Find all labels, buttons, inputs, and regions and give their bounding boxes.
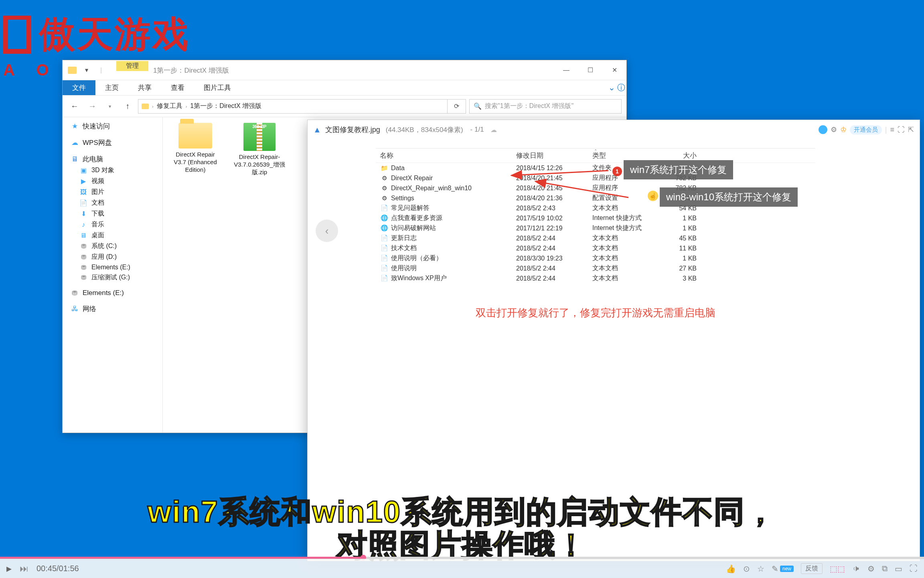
star-icon: ★	[71, 123, 79, 130]
col-type: 类型	[592, 151, 661, 160]
pin-icon[interactable]: ⇱	[908, 125, 914, 134]
menu-icon[interactable]: ≡	[890, 126, 894, 134]
breadcrumb-seg-2[interactable]: 1第一步：DirectX 增强版	[190, 102, 261, 110]
nav-up-button[interactable]: ↑	[120, 99, 135, 114]
list-row: 📄更新日志2018/5/2 2:44文本文档45 KB	[376, 233, 815, 243]
maximize-button[interactable]: ☐	[578, 60, 602, 80]
vip-avatar-icon[interactable]	[819, 125, 827, 134]
annotation-number-1: 1	[612, 167, 622, 176]
sidebar-pictures[interactable]: 🖼图片	[63, 187, 162, 197]
window-title: 1第一步：DirectX 增强版	[148, 60, 554, 80]
sidebar-3d[interactable]: ▣3D 对象	[63, 165, 162, 176]
volume-icon[interactable]: 🕩	[852, 564, 860, 573]
tutorial-image-content: ˄ 名称 修改日期 类型 大小 📁Data2018/4/15 12:26文件夹⚙…	[376, 148, 815, 320]
search-icon: 🔍	[474, 102, 482, 110]
prev-image-button[interactable]: ‹	[316, 220, 338, 242]
subtitle-line-1: win7系统和win10系统用到的启动文件不同，	[0, 495, 924, 529]
tab-view[interactable]: 查看	[161, 80, 194, 95]
sidebar-wps[interactable]: ☁WPS网盘	[63, 137, 162, 149]
cloud-upload-icon[interactable]: ☁	[490, 126, 497, 134]
sidebar-quick-access[interactable]: ★快速访问	[63, 120, 162, 132]
qat-sep: |	[95, 64, 107, 77]
txt-icon: 📄	[380, 204, 389, 212]
viewer-filename: 文图修复教程.jpg	[325, 125, 380, 134]
sidebar-documents[interactable]: 📄文档	[63, 197, 162, 208]
txt-icon: 📄	[380, 254, 389, 262]
instruction-text: 双击打开修复就行了，修复完打开游戏无需重启电脑	[376, 283, 815, 320]
fav-icon[interactable]: ☆	[757, 564, 764, 574]
annotation-win8-10: win8-win10系统打开这个修复	[660, 187, 798, 207]
sidebar-network[interactable]: 🖧网络	[63, 303, 162, 315]
list-row: 📄技术文档2018/5/2 2:44文本文档11 KB	[376, 243, 815, 253]
nav-pane: ★快速访问 ☁WPS网盘 🖥此电脑 ▣3D 对象 ▶视频 🖼图片 📄文档 ⬇下载…	[63, 117, 163, 433]
note-icon[interactable]: ✎new	[772, 564, 794, 574]
col-name: 名称	[380, 151, 516, 160]
sidebar-drive-e[interactable]: ⛃Elements (E:)	[63, 263, 162, 272]
ini-icon: ⚙	[380, 194, 389, 202]
qat-down-icon[interactable]: ▾	[80, 64, 93, 77]
refresh-button[interactable]: ⟳	[448, 99, 466, 114]
file-item-folder[interactable]: DirectX Repair V3.7 (Enhanced Edition)	[169, 123, 221, 173]
sidebar-downloads[interactable]: ⬇下载	[63, 208, 162, 219]
txt-icon: 📄	[380, 234, 389, 242]
exe-icon: ⚙	[380, 184, 389, 192]
zip-icon: 360 ZIP	[243, 123, 276, 151]
breadcrumb[interactable]: › 修复工具 › 1第一步：DirectX 增强版	[138, 99, 448, 114]
chevron-right-icon: ›	[186, 104, 187, 109]
context-tab-manage[interactable]: 管理	[116, 61, 148, 71]
ribbon-help-icon[interactable]: ⌄ ⓘ	[607, 80, 626, 95]
minimize-button[interactable]: —	[554, 60, 578, 80]
address-bar: ← → ▾ ↑ › 修复工具 › 1第一步：DirectX 增强版 ⟳ 🔍 搜索…	[63, 96, 626, 117]
play-button[interactable]: ▸	[6, 562, 12, 575]
settings-icon[interactable]: ⚙	[867, 564, 875, 574]
fullscreen-icon[interactable]: ⛶	[910, 564, 918, 573]
search-input[interactable]: 🔍 搜索"1第一步：DirectX 增强版"	[469, 99, 622, 114]
wide-icon[interactable]: ▭	[895, 564, 902, 574]
sidebar-videos[interactable]: ▶视频	[63, 176, 162, 187]
quality-icon[interactable]: ⬚⬚	[830, 564, 845, 574]
fullscreen-icon[interactable]: ⛶	[898, 126, 905, 134]
col-date: 修改日期	[516, 151, 592, 160]
crown-icon[interactable]: ♔	[840, 125, 847, 134]
tab-share[interactable]: 共享	[128, 80, 161, 95]
sidebar-elements[interactable]: ⛃Elements (E:)	[63, 288, 162, 298]
nav-back-button[interactable]: ←	[67, 99, 82, 114]
chevron-up-icon: ˄	[594, 149, 597, 155]
pointer-hand-icon: ☝	[648, 191, 658, 201]
chevron-right-icon: ›	[152, 104, 154, 109]
like-icon[interactable]: 👍	[726, 564, 736, 574]
feedback-button[interactable]: 反馈	[801, 563, 823, 574]
video-subtitle: win7系统和win10系统用到的启动文件不同， 对照图片操作哦！	[0, 495, 924, 562]
brand-chinese: 傲天游戏	[39, 10, 190, 59]
sidebar-this-pc[interactable]: 🖥此电脑	[63, 153, 162, 165]
next-button[interactable]: ⏭	[20, 564, 28, 574]
sidebar-drive-d[interactable]: ⛃应用 (D:)	[63, 252, 162, 263]
sidebar-music[interactable]: ♪音乐	[63, 219, 162, 230]
sidebar-drive-g[interactable]: ⛃压缩测试 (G:)	[63, 272, 162, 283]
sidebar-desktop[interactable]: 🖥桌面	[63, 230, 162, 241]
sidebar-drive-c[interactable]: ⛃系统 (C:)	[63, 241, 162, 252]
cloud-icon: ☁	[71, 139, 79, 147]
list-row: ⚙DirectX Repair2018/4/20 21:45应用程序782 KB	[376, 173, 815, 183]
url-icon: 🌐	[380, 214, 389, 222]
pip-icon[interactable]: ⧉	[882, 564, 888, 573]
breadcrumb-seg-1[interactable]: 修复工具	[157, 102, 182, 110]
list-row: 📄致Windows XP用户2018/5/2 2:44文本文档3 KB	[376, 273, 815, 283]
tab-home[interactable]: 主页	[95, 80, 128, 95]
gear-icon[interactable]: ⚙	[831, 125, 837, 134]
viewer-logo-icon: ▲	[313, 125, 321, 134]
close-button[interactable]: ✕	[602, 60, 626, 80]
nav-forward-button[interactable]: →	[85, 99, 99, 114]
vip-button[interactable]: 开通会员	[850, 125, 882, 134]
tab-picture-tools[interactable]: 图片工具	[194, 80, 241, 95]
txt-icon: 📄	[380, 274, 389, 282]
exe-icon: ⚙	[380, 174, 389, 182]
viewer-titlebar: ▲ 文图修复教程.jpg (44.34KB，834x504像素) - 1/1 ☁…	[308, 120, 920, 139]
viewer-pager: - 1/1	[470, 126, 484, 134]
file-item-zip[interactable]: 360 ZIP DirectX Repair-V3.7.0.26539_增强版.…	[233, 123, 286, 176]
txt-icon: 📄	[380, 244, 389, 252]
tab-file[interactable]: 文件	[63, 80, 95, 95]
nav-recent-dropdown[interactable]: ▾	[103, 99, 117, 114]
titlebar: ▾ | 管理 1第一步：DirectX 增强版 — ☐ ✕	[63, 60, 626, 80]
coin-icon[interactable]: ⊙	[743, 564, 750, 574]
